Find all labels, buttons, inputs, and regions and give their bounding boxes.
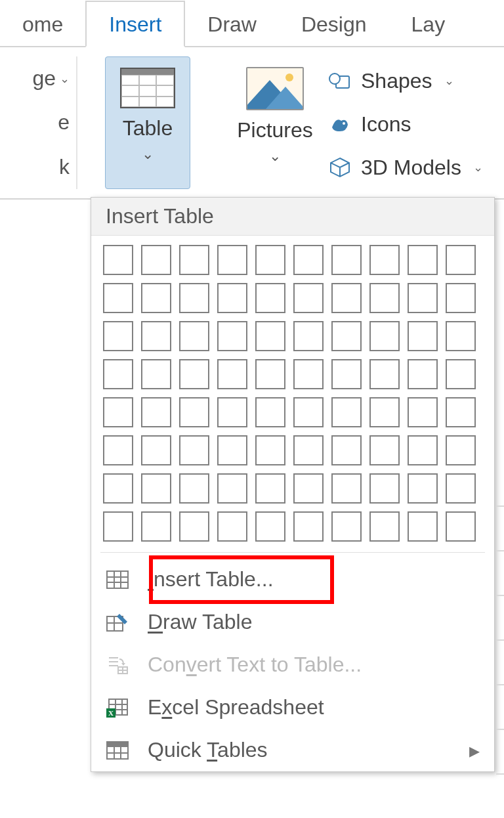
grid-cell[interactable] bbox=[217, 321, 247, 351]
grid-cell[interactable] bbox=[179, 321, 209, 351]
tab-home[interactable]: ome bbox=[0, 2, 85, 46]
grid-cell[interactable] bbox=[217, 397, 247, 427]
grid-cell[interactable] bbox=[141, 321, 171, 351]
grid-cell[interactable] bbox=[331, 321, 362, 351]
grid-cell[interactable] bbox=[103, 435, 133, 465]
grid-cell[interactable] bbox=[408, 283, 438, 313]
grid-cell[interactable] bbox=[331, 473, 362, 504]
tab-insert[interactable]: Insert bbox=[85, 1, 185, 47]
menu-excel-spreadsheet[interactable]: X Excel Spreadsheet bbox=[91, 686, 494, 729]
grid-cell[interactable] bbox=[293, 321, 324, 351]
grid-cell[interactable] bbox=[217, 511, 247, 542]
grid-cell[interactable] bbox=[103, 283, 133, 313]
grid-cell[interactable] bbox=[293, 435, 324, 465]
separator bbox=[100, 552, 485, 553]
grid-cell[interactable] bbox=[255, 245, 285, 275]
grid-cell[interactable] bbox=[331, 435, 362, 465]
grid-cell[interactable] bbox=[255, 435, 285, 465]
grid-cell[interactable] bbox=[141, 473, 171, 504]
grid-cell[interactable] bbox=[331, 359, 362, 389]
shapes-button[interactable]: Shapes ⌄ bbox=[328, 66, 483, 96]
grid-cell[interactable] bbox=[369, 321, 400, 351]
grid-cell[interactable] bbox=[255, 511, 285, 542]
grid-cell[interactable] bbox=[408, 245, 438, 275]
grid-cell[interactable] bbox=[369, 245, 400, 275]
grid-cell[interactable] bbox=[293, 473, 324, 504]
grid-cell[interactable] bbox=[293, 359, 324, 389]
grid-cell[interactable] bbox=[103, 511, 133, 542]
grid-cell[interactable] bbox=[255, 321, 285, 351]
grid-cell[interactable] bbox=[217, 435, 247, 465]
grid-cell[interactable] bbox=[179, 511, 209, 542]
grid-cell[interactable] bbox=[331, 397, 362, 427]
grid-cell[interactable] bbox=[217, 283, 247, 313]
grid-cell[interactable] bbox=[255, 283, 285, 313]
pictures-button[interactable]: Pictures ⌄ bbox=[226, 56, 324, 189]
grid-cell[interactable] bbox=[103, 359, 133, 389]
grid-cell[interactable] bbox=[179, 397, 209, 427]
grid-cell[interactable] bbox=[141, 245, 171, 275]
grid-cell[interactable] bbox=[408, 359, 438, 389]
grid-cell[interactable] bbox=[293, 245, 324, 275]
grid-cell[interactable] bbox=[331, 511, 362, 542]
grid-cell[interactable] bbox=[103, 397, 133, 427]
grid-cell[interactable] bbox=[179, 359, 209, 389]
grid-cell[interactable] bbox=[103, 245, 133, 275]
grid-cell[interactable] bbox=[255, 397, 285, 427]
grid-cell[interactable] bbox=[331, 283, 362, 313]
grid-cell[interactable] bbox=[141, 435, 171, 465]
grid-cell[interactable] bbox=[179, 245, 209, 275]
grid-cell[interactable] bbox=[408, 397, 438, 427]
grid-cell[interactable] bbox=[446, 435, 476, 465]
table-button[interactable]: Table ⌄ bbox=[105, 56, 190, 189]
svg-text:X: X bbox=[108, 709, 114, 717]
grid-cell[interactable] bbox=[408, 321, 438, 351]
tab-draw[interactable]: Draw bbox=[185, 2, 279, 46]
grid-cell[interactable] bbox=[217, 473, 247, 504]
grid-cell[interactable] bbox=[293, 397, 324, 427]
grid-cell[interactable] bbox=[446, 359, 476, 389]
menu-quick-tables[interactable]: Quick Tables ▸ bbox=[91, 729, 494, 771]
grid-cell[interactable] bbox=[369, 397, 400, 427]
grid-cell[interactable] bbox=[255, 359, 285, 389]
grid-cell[interactable] bbox=[369, 473, 400, 504]
grid-cell[interactable] bbox=[179, 435, 209, 465]
grid-cell[interactable] bbox=[408, 473, 438, 504]
grid-cell[interactable] bbox=[141, 397, 171, 427]
grid-cell[interactable] bbox=[141, 511, 171, 542]
grid-cell[interactable] bbox=[103, 321, 133, 351]
grid-cell[interactable] bbox=[408, 435, 438, 465]
grid-cell[interactable] bbox=[331, 245, 362, 275]
table-size-grid[interactable] bbox=[91, 236, 494, 549]
grid-cell[interactable] bbox=[446, 511, 476, 542]
menu-insert-table[interactable]: Insert Table... bbox=[91, 558, 494, 601]
tab-layout[interactable]: Lay bbox=[389, 2, 468, 46]
grid-cell[interactable] bbox=[255, 473, 285, 504]
grid-cell[interactable] bbox=[446, 397, 476, 427]
table-dropdown: Insert Table Insert Table... Draw Table bbox=[91, 197, 495, 772]
tab-design[interactable]: Design bbox=[279, 2, 389, 46]
grid-cell[interactable] bbox=[217, 245, 247, 275]
grid-cell[interactable] bbox=[141, 359, 171, 389]
grid-cell[interactable] bbox=[179, 473, 209, 504]
grid-cell[interactable] bbox=[217, 359, 247, 389]
grid-cell[interactable] bbox=[293, 511, 324, 542]
grid-cell[interactable] bbox=[369, 511, 400, 542]
grid-cell[interactable] bbox=[293, 283, 324, 313]
3d-models-button[interactable]: 3D Models ⌄ bbox=[328, 153, 483, 183]
grid-cell[interactable] bbox=[408, 511, 438, 542]
grid-cell[interactable] bbox=[446, 245, 476, 275]
grid-cell[interactable] bbox=[103, 473, 133, 504]
icons-button[interactable]: Icons bbox=[328, 110, 483, 139]
grid-cell[interactable] bbox=[141, 283, 171, 313]
convert-text-icon bbox=[106, 655, 129, 675]
grid-cell[interactable] bbox=[369, 359, 400, 389]
grid-cell[interactable] bbox=[369, 283, 400, 313]
grid-cell[interactable] bbox=[179, 283, 209, 313]
grid-cell[interactable] bbox=[369, 435, 400, 465]
menu-draw-table[interactable]: Draw Table bbox=[91, 601, 494, 643]
grid-cell[interactable] bbox=[446, 473, 476, 504]
shapes-label: Shapes bbox=[361, 69, 432, 93]
grid-cell[interactable] bbox=[446, 283, 476, 313]
grid-cell[interactable] bbox=[446, 321, 476, 351]
